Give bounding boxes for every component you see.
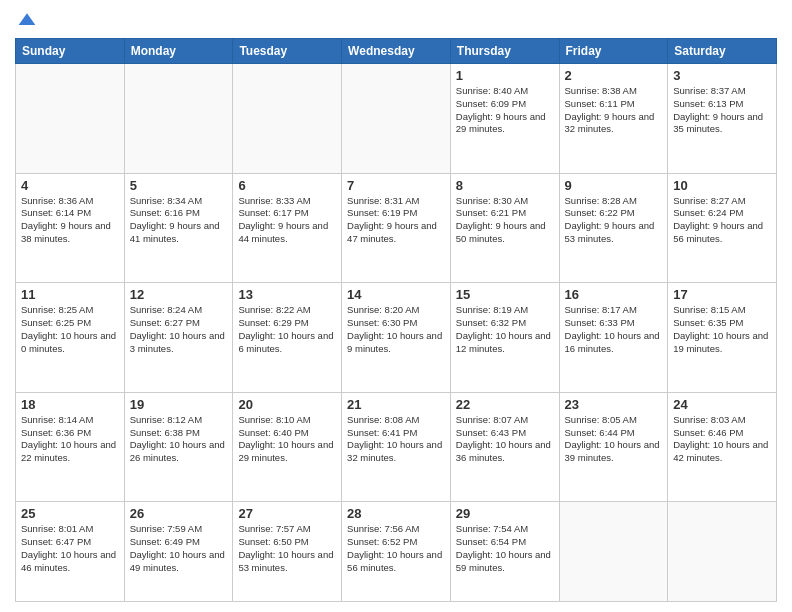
day-info: Sunrise: 7:56 AM Sunset: 6:52 PM Dayligh… xyxy=(347,523,445,574)
day-number: 8 xyxy=(456,178,554,193)
day-info: Sunrise: 8:10 AM Sunset: 6:40 PM Dayligh… xyxy=(238,414,336,465)
day-info: Sunrise: 8:31 AM Sunset: 6:19 PM Dayligh… xyxy=(347,195,445,246)
day-header-friday: Friday xyxy=(559,39,668,64)
day-number: 24 xyxy=(673,397,771,412)
calendar-week-1: 1Sunrise: 8:40 AM Sunset: 6:09 PM Daylig… xyxy=(16,64,777,174)
day-number: 7 xyxy=(347,178,445,193)
calendar-cell: 28Sunrise: 7:56 AM Sunset: 6:52 PM Dayli… xyxy=(342,502,451,602)
day-number: 29 xyxy=(456,506,554,521)
calendar-week-5: 25Sunrise: 8:01 AM Sunset: 6:47 PM Dayli… xyxy=(16,502,777,602)
calendar-cell: 2Sunrise: 8:38 AM Sunset: 6:11 PM Daylig… xyxy=(559,64,668,174)
day-number: 10 xyxy=(673,178,771,193)
calendar-cell: 4Sunrise: 8:36 AM Sunset: 6:14 PM Daylig… xyxy=(16,173,125,283)
day-number: 13 xyxy=(238,287,336,302)
day-number: 5 xyxy=(130,178,228,193)
calendar-cell: 9Sunrise: 8:28 AM Sunset: 6:22 PM Daylig… xyxy=(559,173,668,283)
day-number: 23 xyxy=(565,397,663,412)
day-header-monday: Monday xyxy=(124,39,233,64)
logo-icon xyxy=(17,10,37,30)
day-info: Sunrise: 8:34 AM Sunset: 6:16 PM Dayligh… xyxy=(130,195,228,246)
calendar-cell: 11Sunrise: 8:25 AM Sunset: 6:25 PM Dayli… xyxy=(16,283,125,393)
calendar-cell: 5Sunrise: 8:34 AM Sunset: 6:16 PM Daylig… xyxy=(124,173,233,283)
calendar-cell: 12Sunrise: 8:24 AM Sunset: 6:27 PM Dayli… xyxy=(124,283,233,393)
calendar-cell: 8Sunrise: 8:30 AM Sunset: 6:21 PM Daylig… xyxy=(450,173,559,283)
day-info: Sunrise: 8:12 AM Sunset: 6:38 PM Dayligh… xyxy=(130,414,228,465)
calendar-cell: 15Sunrise: 8:19 AM Sunset: 6:32 PM Dayli… xyxy=(450,283,559,393)
calendar-week-3: 11Sunrise: 8:25 AM Sunset: 6:25 PM Dayli… xyxy=(16,283,777,393)
day-number: 17 xyxy=(673,287,771,302)
day-info: Sunrise: 8:28 AM Sunset: 6:22 PM Dayligh… xyxy=(565,195,663,246)
calendar-cell: 14Sunrise: 8:20 AM Sunset: 6:30 PM Dayli… xyxy=(342,283,451,393)
day-header-wednesday: Wednesday xyxy=(342,39,451,64)
day-number: 1 xyxy=(456,68,554,83)
day-number: 28 xyxy=(347,506,445,521)
day-number: 26 xyxy=(130,506,228,521)
day-info: Sunrise: 8:01 AM Sunset: 6:47 PM Dayligh… xyxy=(21,523,119,574)
day-info: Sunrise: 8:27 AM Sunset: 6:24 PM Dayligh… xyxy=(673,195,771,246)
calendar-cell: 10Sunrise: 8:27 AM Sunset: 6:24 PM Dayli… xyxy=(668,173,777,283)
day-number: 22 xyxy=(456,397,554,412)
day-info: Sunrise: 8:36 AM Sunset: 6:14 PM Dayligh… xyxy=(21,195,119,246)
day-info: Sunrise: 8:25 AM Sunset: 6:25 PM Dayligh… xyxy=(21,304,119,355)
page-header xyxy=(15,10,777,30)
svg-marker-0 xyxy=(19,13,36,25)
day-number: 6 xyxy=(238,178,336,193)
day-info: Sunrise: 8:14 AM Sunset: 6:36 PM Dayligh… xyxy=(21,414,119,465)
day-info: Sunrise: 8:24 AM Sunset: 6:27 PM Dayligh… xyxy=(130,304,228,355)
calendar-cell: 18Sunrise: 8:14 AM Sunset: 6:36 PM Dayli… xyxy=(16,392,125,502)
calendar-cell xyxy=(559,502,668,602)
day-info: Sunrise: 8:19 AM Sunset: 6:32 PM Dayligh… xyxy=(456,304,554,355)
day-info: Sunrise: 8:22 AM Sunset: 6:29 PM Dayligh… xyxy=(238,304,336,355)
calendar-cell xyxy=(342,64,451,174)
day-number: 20 xyxy=(238,397,336,412)
calendar-cell: 22Sunrise: 8:07 AM Sunset: 6:43 PM Dayli… xyxy=(450,392,559,502)
day-number: 2 xyxy=(565,68,663,83)
calendar-cell: 6Sunrise: 8:33 AM Sunset: 6:17 PM Daylig… xyxy=(233,173,342,283)
day-header-sunday: Sunday xyxy=(16,39,125,64)
day-number: 3 xyxy=(673,68,771,83)
calendar-cell: 1Sunrise: 8:40 AM Sunset: 6:09 PM Daylig… xyxy=(450,64,559,174)
day-header-saturday: Saturday xyxy=(668,39,777,64)
calendar-cell: 29Sunrise: 7:54 AM Sunset: 6:54 PM Dayli… xyxy=(450,502,559,602)
day-number: 18 xyxy=(21,397,119,412)
day-info: Sunrise: 8:05 AM Sunset: 6:44 PM Dayligh… xyxy=(565,414,663,465)
calendar-cell xyxy=(668,502,777,602)
day-info: Sunrise: 8:20 AM Sunset: 6:30 PM Dayligh… xyxy=(347,304,445,355)
calendar-cell: 16Sunrise: 8:17 AM Sunset: 6:33 PM Dayli… xyxy=(559,283,668,393)
day-info: Sunrise: 8:07 AM Sunset: 6:43 PM Dayligh… xyxy=(456,414,554,465)
day-header-tuesday: Tuesday xyxy=(233,39,342,64)
day-number: 11 xyxy=(21,287,119,302)
day-number: 12 xyxy=(130,287,228,302)
day-number: 4 xyxy=(21,178,119,193)
day-number: 16 xyxy=(565,287,663,302)
day-number: 27 xyxy=(238,506,336,521)
day-info: Sunrise: 8:17 AM Sunset: 6:33 PM Dayligh… xyxy=(565,304,663,355)
calendar-cell: 20Sunrise: 8:10 AM Sunset: 6:40 PM Dayli… xyxy=(233,392,342,502)
day-info: Sunrise: 8:33 AM Sunset: 6:17 PM Dayligh… xyxy=(238,195,336,246)
calendar-cell: 25Sunrise: 8:01 AM Sunset: 6:47 PM Dayli… xyxy=(16,502,125,602)
day-info: Sunrise: 7:57 AM Sunset: 6:50 PM Dayligh… xyxy=(238,523,336,574)
calendar-cell xyxy=(16,64,125,174)
calendar-cell: 21Sunrise: 8:08 AM Sunset: 6:41 PM Dayli… xyxy=(342,392,451,502)
day-info: Sunrise: 7:54 AM Sunset: 6:54 PM Dayligh… xyxy=(456,523,554,574)
calendar-week-2: 4Sunrise: 8:36 AM Sunset: 6:14 PM Daylig… xyxy=(16,173,777,283)
calendar-cell: 7Sunrise: 8:31 AM Sunset: 6:19 PM Daylig… xyxy=(342,173,451,283)
day-header-thursday: Thursday xyxy=(450,39,559,64)
day-number: 15 xyxy=(456,287,554,302)
calendar-cell: 17Sunrise: 8:15 AM Sunset: 6:35 PM Dayli… xyxy=(668,283,777,393)
calendar-cell: 24Sunrise: 8:03 AM Sunset: 6:46 PM Dayli… xyxy=(668,392,777,502)
day-info: Sunrise: 8:40 AM Sunset: 6:09 PM Dayligh… xyxy=(456,85,554,136)
calendar-cell: 3Sunrise: 8:37 AM Sunset: 6:13 PM Daylig… xyxy=(668,64,777,174)
calendar-cell: 26Sunrise: 7:59 AM Sunset: 6:49 PM Dayli… xyxy=(124,502,233,602)
calendar-cell: 13Sunrise: 8:22 AM Sunset: 6:29 PM Dayli… xyxy=(233,283,342,393)
calendar-cell xyxy=(233,64,342,174)
calendar-table: SundayMondayTuesdayWednesdayThursdayFrid… xyxy=(15,38,777,602)
calendar-header-row: SundayMondayTuesdayWednesdayThursdayFrid… xyxy=(16,39,777,64)
day-number: 21 xyxy=(347,397,445,412)
day-info: Sunrise: 7:59 AM Sunset: 6:49 PM Dayligh… xyxy=(130,523,228,574)
calendar-week-4: 18Sunrise: 8:14 AM Sunset: 6:36 PM Dayli… xyxy=(16,392,777,502)
calendar-cell xyxy=(124,64,233,174)
day-info: Sunrise: 8:15 AM Sunset: 6:35 PM Dayligh… xyxy=(673,304,771,355)
day-info: Sunrise: 8:37 AM Sunset: 6:13 PM Dayligh… xyxy=(673,85,771,136)
day-number: 9 xyxy=(565,178,663,193)
